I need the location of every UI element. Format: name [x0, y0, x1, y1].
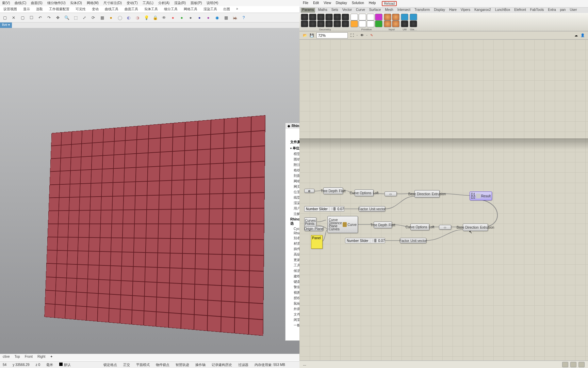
- comp-icon[interactable]: [333, 20, 341, 27]
- comp-icon[interactable]: [401, 14, 408, 20]
- tab[interactable]: 渲染工具: [203, 7, 217, 12]
- comp-icon[interactable]: [301, 20, 308, 27]
- wire-icon[interactable]: ◯: [116, 14, 123, 21]
- viewport[interactable]: [0, 28, 299, 354]
- sphere3-icon[interactable]: ●: [187, 14, 194, 21]
- menu-item[interactable]: 网格(M): [87, 1, 99, 5]
- grasshopper-icon[interactable]: 🦗: [231, 14, 238, 21]
- st[interactable]: 平面模式: [136, 363, 150, 367]
- sphere1-icon[interactable]: ●: [169, 14, 176, 21]
- redo-icon[interactable]: ↷: [46, 14, 52, 21]
- zoom-ext-icon[interactable]: ⤢: [81, 14, 88, 21]
- layer[interactable]: 默认: [59, 363, 71, 367]
- save-icon[interactable]: 💾: [310, 33, 314, 37]
- number-slider[interactable]: Number Slider0.07: [304, 206, 344, 212]
- menu-edit[interactable]: Edit: [313, 1, 319, 6]
- comp-icon[interactable]: [392, 14, 399, 20]
- gh-menubar[interactable]: File Edit View Display Solution Help Rel…: [299, 0, 588, 7]
- menu-item[interactable]: 变动(T): [127, 1, 138, 5]
- rhino-main-toolbar[interactable]: ▢ ✕ ▢ ☐ ↶ ↷ ✥ 🔍 ⬚ ⤢ ⟳ ▦ ● ◯ ◐ ◑ 💡 🔒 👁 ● …: [0, 13, 299, 22]
- comp-icon[interactable]: [384, 20, 391, 27]
- gh-tab[interactable]: User: [568, 8, 578, 13]
- menu-file[interactable]: File: [303, 1, 308, 6]
- lock-icon[interactable]: 🔒: [152, 14, 159, 21]
- sphere2-icon[interactable]: ●: [178, 14, 185, 21]
- gh-canvas[interactable]: ◐ Tree DepthFlatt Curve OptionsLoft ▭ Ba…: [299, 40, 588, 368]
- tab[interactable]: 出图: [223, 7, 230, 12]
- tab[interactable]: 变动: [92, 7, 99, 12]
- zoom-win-icon[interactable]: ⬚: [72, 14, 79, 21]
- help-icon[interactable]: ?: [240, 14, 247, 21]
- menu-item[interactable]: 面板(P): [191, 1, 202, 5]
- save-icon[interactable]: ▢: [19, 14, 26, 21]
- tree-depth-component[interactable]: Tree DepthFlatt: [323, 187, 343, 194]
- shade-icon[interactable]: ●: [108, 14, 114, 21]
- comp-icon[interactable]: [317, 20, 325, 27]
- comp-icon[interactable]: [359, 14, 366, 20]
- extrude-component[interactable]: Base DirectionExtrusion: [414, 190, 440, 198]
- plane-component[interactable]: OriginPlane: [304, 226, 323, 231]
- vp-tab[interactable]: Right: [37, 355, 45, 360]
- menu-item[interactable]: 窗(V): [2, 1, 10, 5]
- loft-options-component[interactable]: Curve OptionsLoft: [355, 189, 374, 196]
- comp-icon[interactable]: [309, 20, 316, 27]
- comp-icon[interactable]: [342, 20, 349, 27]
- ghost-icon[interactable]: ◐: [125, 14, 132, 21]
- light-icon[interactable]: 💡: [143, 14, 150, 21]
- gh-tab[interactable]: Kangaroo2: [473, 8, 492, 13]
- tab[interactable]: 网格工具: [184, 7, 197, 12]
- cloud-icon[interactable]: ☁: [574, 33, 578, 37]
- comp-icon[interactable]: [342, 14, 349, 20]
- extrude-component[interactable]: Base DirectionExtrusion: [463, 224, 488, 231]
- gh-tab[interactable]: Elefront: [513, 8, 527, 13]
- tab[interactable]: 设置视图: [3, 7, 17, 12]
- comp-icon[interactable]: [350, 20, 358, 27]
- comp-icon[interactable]: [359, 20, 366, 27]
- comp-icon[interactable]: [367, 14, 374, 20]
- tab[interactable]: 细分工具: [164, 7, 178, 12]
- material-icon[interactable]: ▦: [223, 14, 229, 21]
- zoom-icon[interactable]: 🔍: [63, 14, 70, 21]
- gh-tab[interactable]: Mesh: [383, 8, 394, 13]
- rhino-menubar[interactable]: 窗(V) 曲线(C) 曲面(S) 细分物件(U) 实体(O) 网格(M) 尺寸标…: [0, 0, 299, 6]
- gh-tab[interactable]: Surface: [368, 8, 382, 13]
- gh-tab[interactable]: Vector: [341, 8, 353, 13]
- st[interactable]: 正交: [123, 363, 130, 367]
- menu-view[interactable]: View: [324, 1, 331, 6]
- gh-tab[interactable]: Transform: [413, 8, 431, 13]
- menu-item[interactable]: 实体(O): [70, 1, 82, 5]
- gh-tab[interactable]: Vipers: [459, 8, 472, 13]
- viewport-tabs[interactable]: ctive Top Front Right ✦: [0, 354, 299, 361]
- gh-sb-icon[interactable]: [578, 362, 585, 367]
- menu-item[interactable]: 细分物件(U): [47, 1, 66, 5]
- tab[interactable]: 可见性: [76, 7, 86, 12]
- comp-icon[interactable]: [325, 20, 333, 27]
- gh-tab[interactable]: Sets: [330, 8, 340, 13]
- menu-item[interactable]: 说明(H): [207, 1, 218, 5]
- sketch-icon[interactable]: ✎: [370, 33, 373, 37]
- relay-component[interactable]: ▭: [385, 191, 397, 196]
- loft-options-component[interactable]: Curve OptionsLoft: [410, 224, 429, 230]
- gh-sb-icon[interactable]: [562, 362, 568, 367]
- new-icon[interactable]: ▢: [1, 14, 8, 21]
- comp-icon[interactable]: [410, 14, 417, 20]
- tab[interactable]: 曲线工具: [105, 7, 118, 12]
- param-component[interactable]: ◐: [304, 189, 314, 193]
- comp-icon[interactable]: [301, 14, 308, 20]
- print-icon[interactable]: ☐: [28, 14, 35, 21]
- user-icon[interactable]: 👤: [581, 33, 585, 37]
- unit-vector-component[interactable]: FactorUnit vector: [400, 238, 426, 243]
- pan-icon[interactable]: ✥: [54, 14, 61, 21]
- gh-tab[interactable]: FabTools: [529, 8, 545, 13]
- tab-overflow[interactable]: »: [236, 7, 238, 12]
- menu-solution[interactable]: Solution: [352, 1, 364, 6]
- tab[interactable]: 选取: [36, 7, 43, 12]
- comp-icon[interactable]: [375, 20, 382, 27]
- xray-icon[interactable]: ◑: [134, 14, 141, 21]
- gh-tab[interactable]: Intersect: [396, 8, 412, 13]
- menu-item[interactable]: 曲面(S): [31, 1, 42, 5]
- st[interactable]: 锁定格点: [103, 363, 117, 367]
- menu-item[interactable]: 曲线(C): [15, 1, 26, 5]
- st[interactable]: 记录建构历史: [212, 363, 232, 367]
- gh-category-tabs[interactable]: ParamsMathsSetsVectorCurveSurfaceMeshInt…: [299, 7, 588, 13]
